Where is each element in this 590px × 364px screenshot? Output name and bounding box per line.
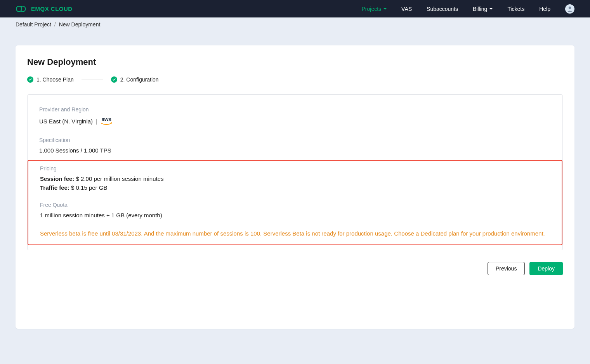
traffic-fee-value: $ 0.15 per GB: [69, 184, 108, 191]
free-quota-section: Free Quota 1 million session minutes + 1…: [40, 202, 550, 218]
chevron-down-icon: [384, 8, 387, 10]
specification-section: Specification 1,000 Sessions / 1,000 TPS: [39, 137, 551, 154]
top-navbar: EMQX CLOUD Projects VAS Subaccounts Bill…: [0, 0, 590, 17]
check-icon: [27, 76, 33, 83]
chevron-down-icon: [489, 8, 493, 10]
previous-button[interactable]: Previous: [488, 262, 525, 275]
nav-billing-label: Billing: [473, 6, 487, 12]
provider-region-label: Provider and Region: [39, 106, 551, 113]
session-fee-label: Session fee:: [40, 175, 74, 182]
breadcrumb: Default Project / New Deployment: [0, 17, 590, 31]
step-1-label: 1. Choose Plan: [36, 76, 74, 83]
breadcrumb-current: New Deployment: [59, 21, 101, 28]
action-buttons: Previous Deploy: [27, 262, 563, 275]
brand-text: EMQX CLOUD: [31, 5, 73, 12]
breadcrumb-separator: /: [54, 21, 56, 28]
step-2-label: 2. Configuration: [120, 76, 159, 83]
step-indicator: 1. Choose Plan 2. Configuration: [27, 76, 563, 83]
aws-icon: aws: [101, 116, 112, 126]
nav-projects[interactable]: Projects: [362, 6, 387, 12]
beta-warning: Serverless beta is free until 03/31/2023…: [40, 229, 550, 237]
pricing-highlight: Pricing Session fee: $ 2.00 per million …: [28, 160, 562, 245]
traffic-fee-line: Traffic fee: $ 0.15 per GB: [40, 184, 550, 191]
traffic-fee-label: Traffic fee:: [40, 184, 69, 191]
deploy-button[interactable]: Deploy: [529, 262, 563, 275]
avatar[interactable]: [565, 4, 574, 14]
free-quota-value: 1 million session minutes + 1 GB (every …: [40, 212, 550, 218]
aws-text: aws: [102, 116, 111, 122]
specification-value: 1,000 Sessions / 1,000 TPS: [39, 147, 551, 154]
step-2[interactable]: 2. Configuration: [111, 76, 159, 83]
free-quota-label: Free Quota: [40, 202, 550, 208]
nav-projects-label: Projects: [362, 6, 382, 12]
step-1[interactable]: 1. Choose Plan: [27, 76, 74, 83]
session-fee-value: $ 2.00 per million session minutes: [74, 175, 163, 182]
pricing-section: Pricing Session fee: $ 2.00 per million …: [40, 165, 550, 191]
specification-label: Specification: [39, 137, 551, 143]
nav-help[interactable]: Help: [539, 6, 550, 12]
nav-billing[interactable]: Billing: [473, 6, 493, 12]
provider-region-section: Provider and Region US East (N. Virginia…: [39, 106, 551, 126]
svg-point-1: [569, 6, 571, 9]
session-fee-line: Session fee: $ 2.00 per million session …: [40, 175, 550, 182]
configuration-summary: Provider and Region US East (N. Virginia…: [27, 94, 563, 250]
nav-vas[interactable]: VAS: [401, 6, 412, 12]
emqx-logo-icon: [16, 5, 27, 12]
value-separator: |: [96, 118, 97, 125]
nav-tickets[interactable]: Tickets: [507, 6, 524, 12]
brand-logo[interactable]: EMQX CLOUD: [16, 5, 73, 12]
provider-region-value: US East (N. Virginia) | aws: [39, 116, 551, 126]
pricing-label: Pricing: [40, 165, 550, 172]
nav-subaccounts[interactable]: Subaccounts: [427, 6, 458, 12]
region-text: US East (N. Virginia): [39, 118, 93, 125]
nav-items: Projects VAS Subaccounts Billing Tickets…: [362, 4, 575, 14]
main-card: New Deployment 1. Choose Plan 2. Configu…: [16, 45, 574, 329]
page-title: New Deployment: [27, 57, 563, 67]
breadcrumb-root[interactable]: Default Project: [16, 21, 51, 28]
step-divider: [82, 80, 103, 80]
svg-point-0: [16, 6, 22, 12]
check-icon: [111, 76, 117, 83]
